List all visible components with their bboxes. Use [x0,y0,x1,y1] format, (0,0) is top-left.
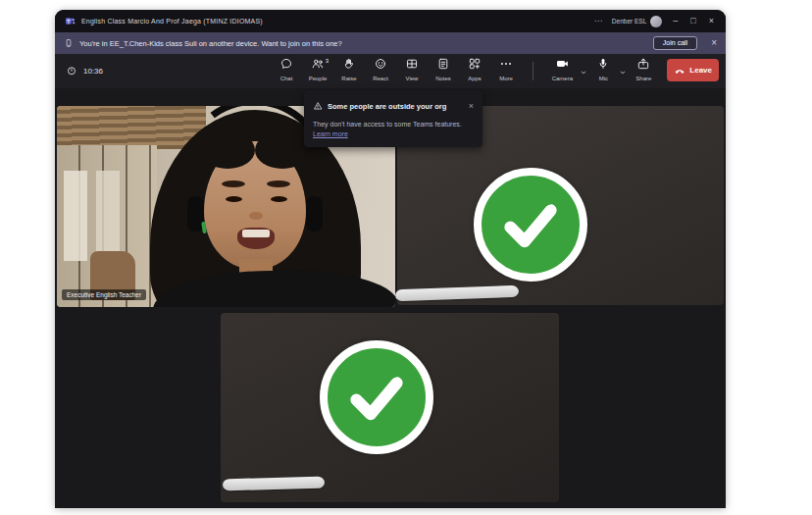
more-icon [499,57,513,75]
leave-phone-icon [674,65,685,77]
join-call-button[interactable]: Join call [653,36,697,50]
view-icon [405,57,419,75]
teacher-name-badge: Executive English Teacher [62,289,146,300]
success-check-badge [320,340,433,454]
headphone-earcup [306,196,323,232]
people-label: People [309,76,328,81]
toolbar-divider [533,62,533,80]
mouth [237,228,275,249]
screenshot-canvas: English Class Marcio And Prof Jaega (TMI… [0,0,812,515]
eyebrow [267,180,290,187]
people-count-badge: 3 [326,58,329,64]
mic-button[interactable]: Mic [590,57,616,81]
warning-icon [313,97,323,115]
share-button[interactable]: Share [630,57,657,81]
view-button[interactable]: View [398,57,426,81]
chat-label: Chat [280,76,293,81]
teeth [242,230,270,237]
window-pane [64,171,87,261]
org-warning-popup: Some people are outside your org × They … [304,90,482,147]
people-button[interactable]: 3 People [304,57,331,81]
close-button[interactable]: × [707,17,716,26]
banner-close-icon[interactable]: × [711,38,717,48]
titlebar: English Class Marcio And Prof Jaega (TMI… [55,10,726,32]
hair-lobe [200,131,255,169]
call-toolbar: 10:36 Chat 3 People Raise Re [55,54,726,88]
maximize-button[interactable]: □ [688,17,697,26]
mic-label: Mic [599,76,608,81]
eye [271,196,287,202]
popup-close-icon[interactable]: × [469,102,474,111]
chat-icon [279,57,293,75]
teams-logo-icon [65,13,76,30]
react-label: React [373,76,388,81]
apps-icon [468,57,482,75]
notes-button[interactable]: Notes [430,57,457,81]
device-join-banner: You're in EE_T.Chen-Kids class Suli on a… [55,32,726,54]
notes-label: Notes [435,76,451,81]
mic-icon [596,57,610,75]
raise-hand-button[interactable]: Raise [335,57,363,81]
eyebrow [222,180,245,187]
apps-button[interactable]: Apps [461,57,488,81]
nose [249,212,263,220]
leave-button[interactable]: Leave [667,59,719,81]
ceiling-wood-slats [57,106,206,149]
hair-lobe [255,131,310,169]
share-label: Share [635,76,651,81]
popup-title: Some people are outside your org [328,102,446,111]
window-title: English Class Marcio And Prof Jaega (TMI… [81,18,263,25]
view-label: View [406,76,419,81]
react-button[interactable]: React [367,57,394,81]
mic-chevron-icon[interactable] [619,63,627,80]
raise-hand-icon [342,57,356,75]
success-check-badge [474,168,587,282]
raise-label: Raise [341,76,356,81]
camera-chevron-icon[interactable] [580,63,587,80]
eye [226,196,242,202]
camera-button[interactable]: Camera [547,57,577,81]
more-button[interactable]: More [492,57,520,81]
profile-name: Denber ESL [612,18,646,25]
popup-body: They don't have access to some Teams fea… [313,120,474,139]
apps-label: Apps [468,76,482,81]
titlebar-more-icon[interactable]: ⋯ [594,17,603,26]
device-icon [64,34,74,52]
checkmark-icon [488,182,573,267]
notes-icon [436,57,450,75]
camera-label: Camera [552,76,573,81]
chat-button[interactable]: Chat [273,57,300,81]
react-icon [374,57,387,75]
camera-icon [555,57,570,75]
meeting-timer: 10:36 [83,67,103,76]
more-label: More [499,76,513,81]
popup-body-text: They don't have access to some Teams fea… [313,121,462,128]
minimize-button[interactable]: – [671,17,680,26]
window-pane [96,171,120,261]
video-stage: Executive English Teacher Some people ar… [55,88,726,508]
checkmark-icon [334,355,419,439]
banner-message: You're in EE_T.Chen-Kids class Suli on a… [79,39,342,48]
share-icon [636,57,650,75]
teams-meeting-window: English Class Marcio And Prof Jaega (TMI… [55,10,726,508]
learn-more-link[interactable]: Learn more [313,130,348,137]
leave-label: Leave [689,66,712,75]
avatar [650,16,662,27]
people-icon [311,57,325,75]
timer-icon [66,63,77,80]
profile-chip[interactable]: Denber ESL [612,16,662,27]
